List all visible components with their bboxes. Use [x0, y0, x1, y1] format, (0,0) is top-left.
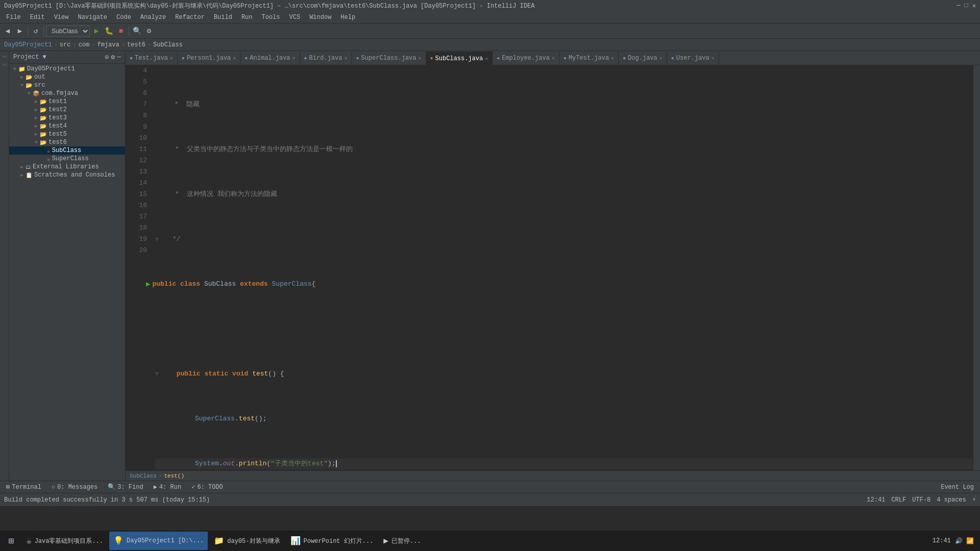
toolbar-refresh[interactable]: ↺ — [30, 26, 41, 37]
tree-superclass[interactable]: ☕ SuperClass — [9, 155, 125, 163]
tree-day05project1[interactable]: ▼ 📁 Day05Project1 — [9, 65, 125, 73]
left-panel-1[interactable]: 1 — [1, 53, 8, 60]
tab-close-animal[interactable]: ✕ — [292, 55, 296, 61]
minimize-button[interactable]: ─ — [957, 2, 960, 10]
breadcrumb-src[interactable]: src — [60, 41, 71, 48]
menu-view[interactable]: View — [50, 13, 73, 22]
toolbar-run[interactable]: ▶ — [91, 26, 102, 37]
bottom-tab-todo[interactable]: ✓ 6: TODO — [187, 482, 227, 493]
breadcrumb-subclass[interactable]: SubClass — [153, 41, 183, 48]
eb-testmethod[interactable]: test() — [164, 473, 184, 479]
status-indent[interactable]: 4 spaces — [937, 496, 966, 504]
tree-subclass[interactable]: ☕ SubClass — [9, 146, 125, 155]
eb-subclass[interactable]: SubClass — [130, 473, 157, 479]
run-arrow-8[interactable]: ▶ — [146, 279, 150, 290]
tab-testjava[interactable]: ● Test.java ✕ — [126, 52, 178, 65]
toolbar-back[interactable]: ◀ — [2, 26, 13, 37]
taskbar-item-1[interactable]: ☕ Java零基础到项目系... — [22, 532, 107, 550]
status-position[interactable]: 12:41 — [867, 496, 885, 504]
close-button[interactable]: ✕ — [972, 2, 976, 10]
todo-icon: ✓ — [191, 483, 195, 491]
code-content[interactable]: * 隐藏 * 父类当中的静态方法与子类当中的静态方法是一模一样的 * 这种情况 … — [151, 65, 973, 470]
bottom-tab-eventlog[interactable]: Event Log — [937, 482, 978, 493]
left-panel-2[interactable]: 2 — [1, 61, 8, 68]
breadcrumb: Day05Project1 › src › com › fmjava › tes… — [0, 39, 980, 51]
tab-subclassjava[interactable]: ● SubClass.java ✕ — [426, 52, 493, 65]
tree-test6[interactable]: ▼ 📂 test6 — [9, 138, 125, 146]
tree-out[interactable]: ▶ 📂 out — [9, 73, 125, 81]
menu-code[interactable]: Code — [112, 13, 135, 22]
tab-close-person1[interactable]: ✕ — [233, 55, 236, 61]
tree-test4[interactable]: ▶ 📂 test4 — [9, 122, 125, 130]
taskbar-item-4[interactable]: 📊 PowerPoint 幻灯片... — [286, 532, 378, 550]
taskbar-item-2[interactable]: 💡 Day05Project1 [D:\... — [109, 532, 208, 550]
toolbar-forward[interactable]: ▶ — [14, 26, 26, 37]
breadcrumb-fmjava[interactable]: fmjava — [97, 41, 119, 48]
toolbar-debug[interactable]: 🐛 — [103, 26, 114, 37]
tab-label-test: Test.java — [135, 55, 168, 62]
tab-close-superclass[interactable]: ✕ — [419, 55, 422, 61]
status-encoding[interactable]: UTF-8 — [912, 496, 930, 504]
menu-navigate[interactable]: Navigate — [74, 13, 111, 22]
toolbar-settings[interactable]: ⚙ — [143, 26, 155, 37]
taskbar-item-3[interactable]: 📁 day05-封装与继承 — [210, 532, 284, 550]
tab-person1java[interactable]: ● Person1.java ✕ — [178, 52, 240, 65]
menu-run[interactable]: Run — [237, 13, 257, 22]
taskbar-start[interactable]: ⊞ — [2, 532, 20, 550]
tree-test5[interactable]: ▶ 📂 test5 — [9, 130, 125, 138]
sidebar-icon-hide[interactable]: — — [117, 53, 121, 61]
bottom-tab-messages[interactable]: ○ 0: Messages — [47, 482, 102, 493]
breadcrumb-test6[interactable]: test6 — [127, 41, 145, 48]
tree-test1[interactable]: ▶ 📂 test1 — [9, 97, 125, 106]
tab-close-bird[interactable]: ✕ — [344, 55, 347, 61]
terminal-icon: ⊞ — [6, 483, 10, 491]
menu-help[interactable]: Help — [336, 13, 359, 22]
menu-window[interactable]: Window — [305, 13, 335, 22]
bottom-tab-run[interactable]: ▶ 4: Run — [150, 482, 185, 493]
bottom-tab-find[interactable]: 🔍 3: Find — [104, 482, 147, 493]
toolbar-search[interactable]: 🔍 — [131, 26, 142, 37]
build-status: Build completed successfully in 3 s 507 … — [4, 496, 210, 504]
tab-mytestjava[interactable]: ● MyTest.java ✕ — [559, 52, 619, 65]
code-editor[interactable]: 4 5 6 7 8 9 10 11 12 13 14 15 16 17 18 1… — [126, 65, 980, 470]
taskbar-item-5[interactable]: ▶ 已暂停... — [379, 532, 425, 550]
toolbar-stop[interactable]: ■ — [115, 26, 127, 37]
tab-superclassjava[interactable]: ● SuperClass.java ✕ — [352, 52, 426, 65]
sidebar-icon-locate[interactable]: ⊙ — [105, 53, 109, 61]
menu-tools[interactable]: Tools — [258, 13, 284, 22]
maximize-button[interactable]: □ — [965, 2, 968, 10]
tree-comfmjava[interactable]: ▼ 📦 com.fmjava — [9, 89, 125, 97]
menu-edit[interactable]: Edit — [26, 13, 49, 22]
breadcrumb-com[interactable]: com — [79, 41, 90, 48]
run-config-dropdown[interactable]: SubClass — [46, 26, 90, 37]
tab-close-dog[interactable]: ✕ — [659, 55, 663, 61]
menu-refactor[interactable]: Refactor — [171, 13, 209, 22]
tab-close-subclass[interactable]: ✕ — [485, 56, 488, 62]
taskbar-label-1: Java零基础到项目系... — [35, 537, 103, 545]
menu-file[interactable]: File — [2, 13, 25, 22]
menu-vcs[interactable]: VCS — [285, 13, 305, 22]
kw-extends-8: extends — [240, 279, 268, 290]
tab-birdjava[interactable]: ● Bird.java ✕ — [300, 52, 352, 65]
tab-employeejava[interactable]: ● Employee.java ✕ — [493, 52, 559, 65]
tab-close-employee[interactable]: ✕ — [552, 55, 555, 61]
tree-external-libraries[interactable]: ▶ 🗂 External Libraries — [9, 163, 125, 171]
tab-userjava[interactable]: ● User.java ✕ — [667, 52, 719, 65]
title-bar-controls[interactable]: ─ □ ✕ — [957, 2, 976, 10]
tab-close-test[interactable]: ✕ — [170, 55, 173, 61]
bottom-tab-terminal[interactable]: ⊞ Terminal — [2, 482, 45, 493]
sidebar-icon-settings[interactable]: ⚙ — [111, 53, 115, 61]
status-linesep[interactable]: CRLF — [891, 496, 906, 504]
tree-scratches[interactable]: ▶ 📋 Scratches and Consoles — [9, 171, 125, 179]
tab-label-animal: Animal.java — [250, 55, 290, 62]
menu-build[interactable]: Build — [210, 13, 236, 22]
breadcrumb-project[interactable]: Day05Project1 — [4, 41, 52, 48]
tab-animaljava[interactable]: ● Animal.java ✕ — [240, 52, 300, 65]
tree-test2[interactable]: ▶ 📂 test2 — [9, 106, 125, 114]
tab-close-user[interactable]: ✕ — [712, 55, 715, 61]
tab-close-mytest[interactable]: ✕ — [611, 55, 614, 61]
tree-test3[interactable]: ▶ 📂 test3 — [9, 114, 125, 122]
menu-analyze[interactable]: Analyze — [136, 13, 170, 22]
tab-dogjava[interactable]: ● Dog.java ✕ — [619, 52, 667, 65]
tree-src[interactable]: ▼ 📂 src — [9, 81, 125, 89]
